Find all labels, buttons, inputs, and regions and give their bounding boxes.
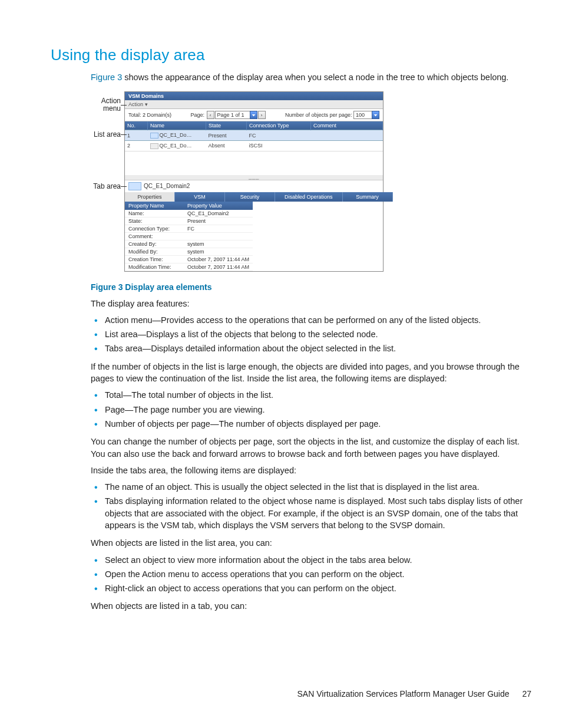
pages-paragraph: If the number of objects in the list is … [91, 361, 531, 385]
prop-row: Comment: [125, 232, 253, 240]
svg-marker-1 [374, 114, 378, 117]
figure-caption: Figure 3 Display area elements [91, 282, 531, 292]
tab-summary[interactable]: Summary [343, 192, 393, 202]
features-intro: The display area features: [91, 298, 531, 309]
page-label: Page: [190, 112, 204, 118]
list-item: Right-click an object to access operatio… [91, 582, 531, 594]
action-menu[interactable]: Action ▾ [125, 100, 383, 109]
prop-row: Created By:system [125, 240, 253, 248]
prop-row: Creation Time:October 7, 2007 11:44 AM [125, 255, 253, 263]
section-heading: Using the display area [51, 46, 531, 64]
footer-page-number: 27 [522, 689, 531, 699]
screenshot-panel: VSM Domains Action ▾ Total: 2 Domain(s) … [124, 91, 384, 271]
list-item: Page—The page number you are viewing. [91, 404, 531, 416]
page-next-button[interactable]: › [258, 111, 266, 119]
page-prev-button[interactable]: ‹ [207, 111, 214, 119]
prop-row: Modification Time:October 7, 2007 11:44 … [125, 263, 253, 271]
intro-text: shows the appearance of the display area… [122, 73, 508, 82]
list-item: Tabs displaying information related to t… [91, 495, 531, 531]
callout-tab-area: Tab area [88, 183, 121, 190]
table-row[interactable]: 1 QC_E1_Do… Present FC [125, 130, 383, 141]
intro-paragraph: Figure 3 shows the appearance of the dis… [91, 71, 531, 83]
list-whitespace [125, 151, 383, 175]
page-dropdown[interactable] [250, 111, 257, 119]
col-name[interactable]: Name [148, 121, 206, 130]
listed-tab-paragraph: When objects are listed in a tab, you ca… [91, 600, 531, 612]
prop-row: Connection Type:FC [125, 225, 253, 232]
footer-doc-title: SAN Virtualization Services Platform Man… [297, 689, 510, 699]
listarea-items: Total—The total number of objects in the… [91, 389, 531, 430]
svg-marker-0 [252, 114, 255, 117]
list-item: Number of objects per page—The number of… [91, 418, 531, 430]
prop-row: Modified By:system [125, 248, 253, 255]
total-count: Total: 2 Domain(s) [128, 112, 171, 118]
figure-ref-link[interactable]: Figure 3 [91, 73, 122, 82]
tab-security[interactable]: Security [225, 192, 275, 202]
detail-object-name: QC_E1_Domain2 [125, 180, 383, 192]
list-item: Open the Action menu to access operation… [91, 568, 531, 580]
list-item: Action menu—Provides access to the opera… [91, 314, 531, 326]
list-item: Select an object to view more informatio… [91, 554, 531, 566]
list-item: Tabs area—Displays detailed information … [91, 342, 531, 354]
tabs-items: The name of an object. This is usually t… [91, 481, 531, 531]
tab-disabled-ops[interactable]: Disabled Operations [275, 192, 343, 202]
object-list-table: No. Name State Connection Type Comment 1… [125, 121, 383, 151]
callout-action-menu: Action menu [88, 97, 121, 113]
figure-callouts: Action menu List area Tab area [88, 91, 124, 190]
list-item: Total—The total number of objects in the… [91, 389, 531, 401]
domain-icon [150, 143, 158, 149]
listed-list-paragraph: When objects are listed in the list area… [91, 537, 531, 549]
features-list: Action menu—Provides access to the opera… [91, 314, 531, 355]
tab-properties[interactable]: Properties [125, 192, 175, 202]
prop-row: Name:QC_E1_Domain2 [125, 210, 253, 218]
page-footer: SAN Virtualization Services Platform Man… [297, 689, 531, 699]
document-page: Using the display area Figure 3 shows th… [0, 0, 562, 728]
tabs-intro-paragraph: Inside the tabs area, the following item… [91, 465, 531, 476]
perpage-dropdown[interactable] [372, 111, 379, 119]
properties-table: Property Name Property Value Name:QC_E1_… [125, 202, 253, 271]
list-item: The name of an object. This is usually t… [91, 481, 531, 493]
figure-3: Action menu List area Tab area VSM Domai… [88, 91, 531, 271]
table-row[interactable]: 2 QC_E1_Do… Absent iSCSI [125, 140, 383, 151]
list-toolbar: Total: 2 Domain(s) Page: ‹ Page 1 of 1 ›… [125, 109, 383, 121]
col-conn[interactable]: Connection Type [247, 121, 311, 130]
perpage-label: Number of objects per page: [285, 112, 352, 118]
window-title: VSM Domains [125, 92, 383, 100]
domain-icon [128, 182, 141, 190]
list-actions: Select an object to view more informatio… [91, 554, 531, 595]
tab-vsm[interactable]: VSM [175, 192, 225, 202]
col-no[interactable]: No. [125, 121, 148, 130]
col-comment[interactable]: Comment [311, 121, 383, 130]
splitter-bar[interactable]: ▁▁▁ [125, 175, 383, 180]
list-item: List area—Displays a list of the objects… [91, 328, 531, 340]
prop-row: State:Present [125, 217, 253, 225]
detail-tabs: Properties VSM Security Disabled Operati… [125, 192, 383, 202]
domain-icon [150, 133, 158, 139]
change-paragraph: You can change the number of objects per… [91, 436, 531, 460]
col-state[interactable]: State [206, 121, 247, 130]
body-content: Figure 3 shows the appearance of the dis… [91, 71, 531, 612]
prop-col-value: Property Value [184, 202, 253, 210]
callout-list-area: List area [88, 131, 121, 139]
page-indicator: Page 1 of 1 [215, 111, 250, 119]
perpage-value[interactable]: 100 [353, 111, 372, 119]
prop-col-name: Property Name [125, 202, 184, 210]
